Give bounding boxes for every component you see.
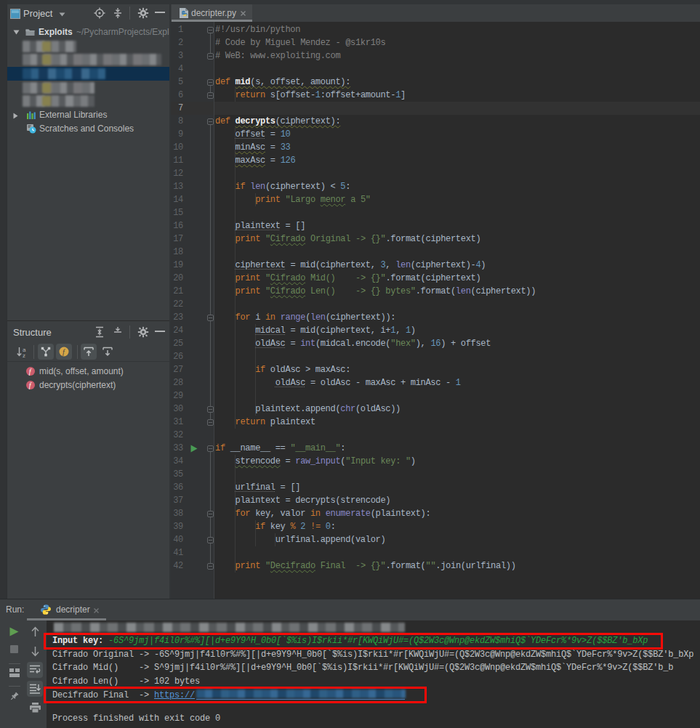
svg-text:z: z (23, 352, 25, 359)
